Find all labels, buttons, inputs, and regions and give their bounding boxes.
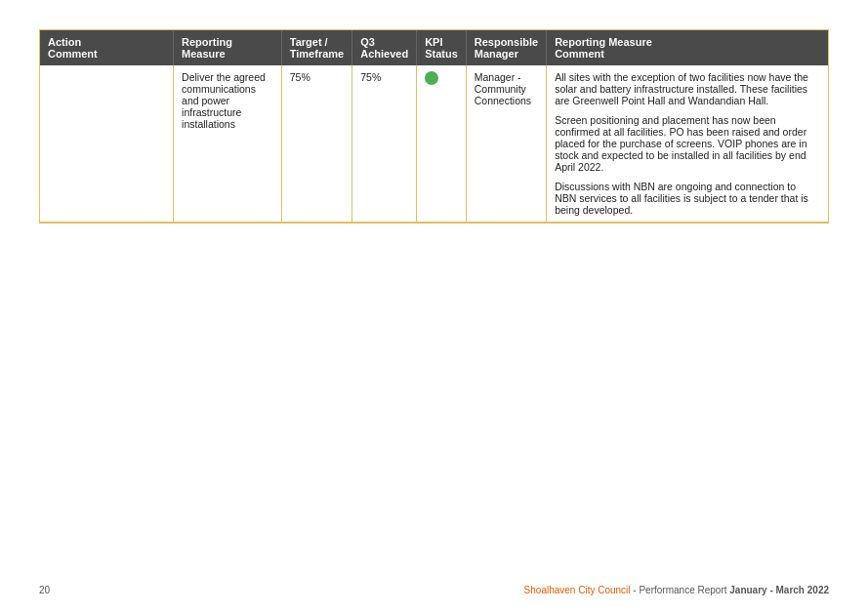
header-reporting: ReportingMeasure <box>174 30 282 65</box>
cell-responsible: Manager - Community Connections <box>466 65 546 223</box>
header-responsible: ResponsibleManager <box>466 30 546 65</box>
reporting-measure-text: Deliver the agreed communications and po… <box>182 71 266 130</box>
footer-separator: - Performance Report <box>631 585 730 595</box>
comment-block-3: Discussions with NBN are ongoing and con… <box>555 181 820 216</box>
responsible-text: Manager - Community Connections <box>475 71 531 106</box>
header-target: Target /Timeframe <box>281 30 351 65</box>
performance-table: ActionComment ReportingMeasure Target /T… <box>40 30 828 223</box>
cell-q3: 75% <box>352 65 417 223</box>
table-wrapper: ActionComment ReportingMeasure Target /T… <box>39 29 829 224</box>
page-container: ActionComment ReportingMeasure Target /T… <box>0 0 868 613</box>
cell-kpi <box>417 65 467 223</box>
cell-action <box>40 65 174 223</box>
table-row: Deliver the agreed communications and po… <box>40 65 828 223</box>
comment-text-2: Screen positioning and placement has now… <box>555 114 806 173</box>
header-comment: Reporting MeasureComment <box>547 30 828 65</box>
target-value: 75% <box>290 71 310 83</box>
cell-comment: All sites with the exception of two faci… <box>547 65 828 223</box>
comment-text-1: All sites with the exception of two faci… <box>555 71 808 106</box>
kpi-status-dot <box>425 71 438 85</box>
comment-text-3: Discussions with NBN are ongoing and con… <box>555 181 808 216</box>
comment-block-1: All sites with the exception of two faci… <box>555 71 820 106</box>
table-header-row: ActionComment ReportingMeasure Target /T… <box>40 30 828 65</box>
cell-reporting: Deliver the agreed communications and po… <box>174 65 282 223</box>
footer-org: Shoalhaven City Council <box>524 585 631 595</box>
header-kpi: KPIStatus <box>417 30 467 65</box>
comment-block-2: Screen positioning and placement has now… <box>555 114 820 173</box>
page-footer: 20 Shoalhaven City Council - Performance… <box>39 585 829 595</box>
header-action: ActionComment <box>40 30 174 65</box>
header-q3: Q3Achieved <box>352 30 417 65</box>
page-number: 20 <box>39 585 50 595</box>
footer-report-text: Shoalhaven City Council - Performance Re… <box>524 585 829 595</box>
cell-target: 75% <box>281 65 351 223</box>
footer-period: January - March 2022 <box>729 585 829 595</box>
q3-value: 75% <box>360 71 381 83</box>
